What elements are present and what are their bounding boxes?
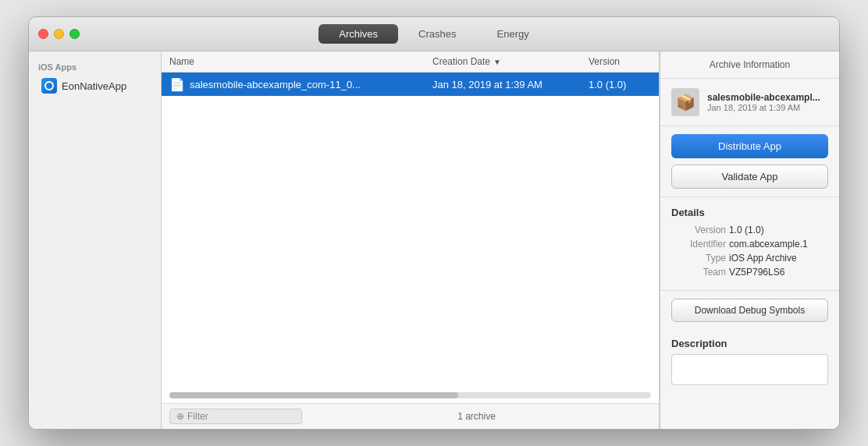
horizontal-scrollbar[interactable] — [169, 392, 651, 398]
description-section: Description — [660, 330, 839, 393]
app-icon — [41, 78, 57, 94]
archive-icon: 📦 — [671, 88, 699, 116]
detail-label-version: Version — [671, 225, 726, 235]
titlebar: Archives Crashes Energy — [29, 17, 839, 51]
file-icon: 📄 — [169, 76, 185, 92]
col-header-date[interactable]: Creation Date ▼ — [432, 56, 589, 67]
tab-energy[interactable]: Energy — [477, 24, 550, 44]
distribute-app-button[interactable]: Distribute App — [671, 134, 828, 158]
archive-icon-glyph: 📦 — [676, 93, 695, 112]
sidebar-section-label: iOS Apps — [29, 58, 161, 75]
sidebar-item-eon-native-app[interactable]: EonNativeApp — [32, 75, 158, 97]
details-title: Details — [671, 207, 828, 218]
filter-icon: ⊕ — [176, 411, 184, 422]
detail-value-type: iOS App Archive — [729, 253, 797, 264]
filter-box[interactable]: ⊕ Filter — [169, 409, 302, 424]
main-window: Archives Crashes Energy iOS Apps EonNati… — [28, 16, 840, 430]
description-input[interactable] — [671, 354, 828, 385]
traffic-lights — [38, 29, 80, 39]
tab-crashes[interactable]: Crashes — [398, 24, 476, 44]
filter-label: Filter — [187, 411, 208, 422]
detail-label-team: Team — [671, 267, 726, 278]
detail-row-team: Team VZ5P796LS6 — [671, 267, 828, 278]
validate-app-button[interactable]: Validate App — [671, 165, 828, 189]
maximize-button[interactable] — [69, 29, 80, 39]
download-debug-symbols-button[interactable]: Download Debug Symbols — [671, 299, 828, 322]
right-panel: Archive Information 📦 salesmobile-abcexa… — [660, 51, 839, 429]
scrollbar-thumb[interactable] — [169, 392, 458, 398]
archive-meta-name: salesmobile-abcexampl... — [707, 92, 828, 103]
sort-arrow-icon: ▼ — [493, 58, 501, 66]
tab-archives[interactable]: Archives — [318, 24, 398, 44]
detail-row-type: Type iOS App Archive — [671, 253, 828, 264]
file-list-footer: ⊕ Filter 1 archive — [162, 403, 659, 429]
file-row-version: 1.0 (1.0) — [589, 79, 651, 90]
details-section: Details Version 1.0 (1.0) Identifier com… — [660, 197, 839, 291]
archive-meta: salesmobile-abcexampl... Jan 18, 2019 at… — [707, 92, 828, 112]
main-content: iOS Apps EonNativeApp Name Creation Date… — [29, 51, 839, 429]
detail-value-identifier: com.abcexample.1 — [729, 239, 808, 250]
detail-label-identifier: Identifier — [671, 239, 726, 250]
file-list: 📄 salesmobile-abcexample_com-11_0... Jan… — [162, 73, 659, 392]
close-button[interactable] — [38, 29, 48, 39]
description-title: Description — [671, 338, 828, 349]
tab-bar: Archives Crashes Energy — [318, 24, 549, 44]
minimize-button[interactable] — [54, 29, 64, 39]
detail-value-team: VZ5P796LS6 — [729, 267, 784, 278]
table-row[interactable]: 📄 salesmobile-abcexample_com-11_0... Jan… — [162, 73, 659, 96]
detail-row-version: Version 1.0 (1.0) — [671, 225, 828, 235]
detail-label-type: Type — [671, 253, 726, 264]
detail-row-identifier: Identifier com.abcexample.1 — [671, 239, 828, 250]
col-header-name: Name — [169, 56, 432, 67]
sidebar: iOS Apps EonNativeApp — [29, 51, 162, 429]
file-list-header: Name Creation Date ▼ Version — [162, 51, 659, 73]
sidebar-item-label: EonNativeApp — [62, 80, 126, 92]
file-row-name: salesmobile-abcexample_com-11_0... — [190, 79, 432, 90]
col-header-version: Version — [589, 56, 651, 67]
detail-value-version: 1.0 (1.0) — [729, 225, 764, 235]
archive-count: 1 archive — [302, 411, 651, 422]
app-icon-inner — [44, 81, 54, 90]
archive-info-header: Archive Information — [660, 51, 839, 79]
archive-meta-date: Jan 18, 2019 at 1:39 AM — [707, 103, 828, 112]
file-list-area: Name Creation Date ▼ Version 📄 salesmobi… — [162, 51, 660, 429]
file-row-date: Jan 18, 2019 at 1:39 AM — [432, 79, 589, 90]
archive-summary: 📦 salesmobile-abcexampl... Jan 18, 2019 … — [660, 79, 839, 126]
action-buttons: Distribute App Validate App — [660, 126, 839, 197]
